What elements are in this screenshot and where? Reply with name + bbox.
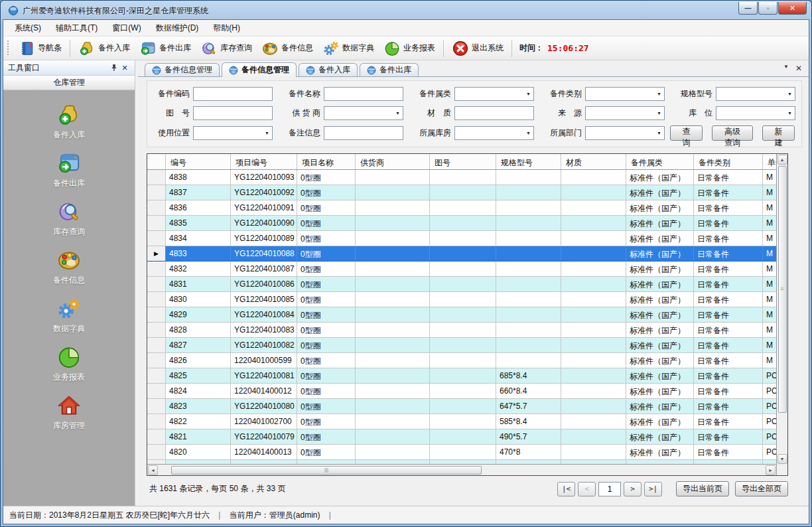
form-combo[interactable]: ▼ — [716, 106, 795, 120]
toolbar-grip[interactable] — [7, 40, 11, 56]
chevron-down-icon[interactable]: ▼ — [783, 64, 789, 73]
row-selector[interactable] — [147, 414, 166, 429]
export-all-pages-button[interactable]: 导出全部页 — [735, 481, 788, 496]
scroll-down-icon[interactable]: ▼ — [778, 454, 787, 464]
row-selector[interactable] — [147, 231, 166, 246]
column-header[interactable]: 项目编号 — [231, 154, 297, 169]
column-header[interactable]: 图号 — [430, 154, 496, 169]
table-row[interactable]: 4830YG122040100850型圈标准件（国产）日常备件M — [147, 292, 776, 307]
table-row[interactable]: 4821YG122040100790型圈490*5.7标准件（国产）日常备件PC — [147, 429, 776, 445]
column-header[interactable]: 编号 — [166, 154, 231, 169]
table-row[interactable]: 4825YG122040100810型圈685*8.4标准件（国产）日常备件PC — [147, 368, 776, 384]
form-text-input[interactable] — [324, 87, 403, 101]
row-selector[interactable] — [147, 338, 166, 353]
menu-item[interactable]: 系统(S) — [7, 20, 48, 37]
scroll-right-icon[interactable]: ► — [766, 465, 776, 475]
tab-0[interactable]: 备件信息管理 — [145, 63, 220, 76]
form-combo[interactable]: ▼ — [585, 106, 665, 120]
table-row[interactable]: 4828YG122040100830型圈标准件（国产）日常备件M — [147, 323, 776, 338]
parts-in-button[interactable]: 备件入库 — [74, 38, 135, 58]
navbar-button[interactable]: 导航条 — [13, 38, 66, 58]
next-page-button[interactable]: > — [624, 482, 642, 496]
first-page-button[interactable]: |< — [557, 482, 575, 496]
row-selector[interactable] — [147, 277, 166, 292]
row-selector[interactable] — [147, 353, 166, 368]
scroll-up-icon[interactable]: ▲ — [778, 155, 787, 165]
row-selector[interactable] — [147, 323, 166, 338]
minimize-button[interactable]: — — [738, 2, 758, 15]
hscroll-thumb[interactable]: ||| — [171, 466, 482, 475]
tab-3[interactable]: 备件出库 — [360, 63, 419, 76]
table-row[interactable]: 4827YG122040100820型圈标准件（国产）日常备件M — [147, 338, 776, 353]
row-selector-header[interactable] — [147, 154, 166, 169]
form-combo[interactable]: ▼ — [454, 126, 534, 140]
table-row[interactable]: 4838YG122040100930型圈标准件（国产）日常备件M — [147, 170, 776, 185]
vertical-scrollbar[interactable]: ▲ ≡ ▼ — [776, 154, 787, 475]
table-row[interactable]: 482412204014000120型圈660*8.4标准件（国产）日常备件PC — [147, 384, 776, 399]
last-page-button[interactable]: >| — [644, 482, 662, 496]
sidebar-item-data-dict[interactable]: 数据字典 — [3, 293, 135, 341]
sidebar-item-report[interactable]: 业务报表 — [3, 341, 135, 390]
maximize-button[interactable]: ▫ — [758, 2, 778, 15]
menu-item[interactable]: 窗口(W) — [105, 20, 148, 37]
parts-out-button[interactable]: 备件出库 — [135, 38, 196, 58]
pin-icon[interactable] — [109, 62, 119, 73]
table-row[interactable]: 4829YG122040100840型圈标准件（国产）日常备件M — [147, 307, 776, 323]
menu-item[interactable]: 辅助工具(T) — [48, 20, 105, 37]
row-selector[interactable] — [147, 262, 166, 277]
table-row[interactable]: 4837YG122040100920型圈标准件（国产）日常备件M — [147, 185, 776, 200]
close-button[interactable]: ✕ — [778, 2, 807, 15]
parts-info-button[interactable]: 备件信息 — [257, 38, 318, 58]
table-row[interactable]: 4836YG122040100910型圈标准件（国产）日常备件M — [147, 200, 776, 216]
table-row[interactable]: 482012204014000130型圈470*8标准件（国产）日常备件PC — [147, 445, 776, 460]
table-row[interactable]: ▶4833YG122040100880型圈标准件（国产）日常备件M — [147, 246, 776, 262]
row-selector[interactable] — [147, 170, 166, 185]
table-row[interactable]: 4832YG122040100870型圈标准件（国产）日常备件M — [147, 262, 776, 277]
form-combo[interactable]: ▼ — [193, 126, 273, 140]
table-row[interactable]: 482612204010005990型圈标准件（国产）日常备件M — [147, 353, 776, 368]
form-text-input[interactable] — [193, 87, 273, 101]
sidebar-item-stock-query[interactable]: 库存查询 — [3, 196, 135, 244]
table-row[interactable]: 4823YG122040100800型圈647*5.7标准件（国产）日常备件PC — [147, 399, 776, 414]
sidebar-item-parts-info[interactable]: 备件信息 — [3, 244, 135, 293]
report-button[interactable]: 业务报表 — [379, 38, 440, 58]
query-button[interactable]: 查询 — [670, 125, 703, 141]
form-text-input[interactable] — [324, 126, 403, 140]
data-dict-button[interactable]: 数据字典 — [318, 38, 379, 58]
page-number-input[interactable] — [598, 482, 621, 496]
tab-2[interactable]: 备件入库 — [299, 63, 358, 76]
menu-item[interactable]: 数据维护(D) — [149, 20, 206, 37]
table-row[interactable]: 4834YG122040100890型圈标准件（国产）日常备件M — [147, 231, 776, 246]
column-header[interactable]: 单位 — [763, 154, 776, 169]
sidebar-item-warehouse[interactable]: 库房管理 — [3, 390, 135, 438]
row-selector[interactable] — [147, 399, 166, 414]
vscroll-thumb[interactable]: ≡ — [778, 166, 787, 413]
row-selector[interactable] — [147, 200, 166, 216]
row-selector[interactable] — [147, 445, 166, 460]
row-selector[interactable] — [147, 216, 166, 231]
table-row[interactable]: 4835YG122040100900型圈标准件（国产）日常备件M — [147, 216, 776, 231]
exit-button[interactable]: 退出系统 — [447, 38, 508, 58]
form-combo[interactable]: ▼ — [585, 87, 665, 101]
column-header[interactable]: 材质 — [561, 154, 626, 169]
form-combo[interactable]: ▼ — [585, 126, 665, 140]
sidebar-item-parts-out[interactable]: 备件出库 — [3, 147, 135, 196]
row-selector[interactable]: ▶ — [147, 246, 166, 262]
prev-page-button[interactable]: < — [578, 482, 596, 496]
form-combo[interactable]: ▼ — [324, 106, 403, 120]
new-button[interactable]: 新建 — [762, 125, 795, 141]
column-header[interactable]: 备件属类 — [626, 154, 694, 169]
form-combo[interactable]: ▼ — [716, 87, 795, 101]
form-text-input[interactable] — [454, 106, 534, 120]
advanced-query-button[interactable]: 高级查询 — [712, 125, 753, 141]
table-row[interactable]: 4831YG122040100860型圈标准件（国产）日常备件M — [147, 277, 776, 292]
row-selector[interactable] — [147, 185, 166, 200]
tab-close-icon[interactable]: ✕ — [795, 64, 802, 73]
form-combo[interactable]: ▼ — [454, 87, 534, 101]
form-text-input[interactable] — [193, 106, 273, 120]
column-header[interactable]: 供货商 — [356, 154, 430, 169]
row-selector[interactable] — [147, 429, 166, 445]
column-header[interactable]: 项目名称 — [297, 154, 356, 169]
tab-1[interactable]: 备件信息管理 — [222, 62, 297, 77]
stock-query-button[interactable]: 库存查询 — [196, 38, 257, 58]
